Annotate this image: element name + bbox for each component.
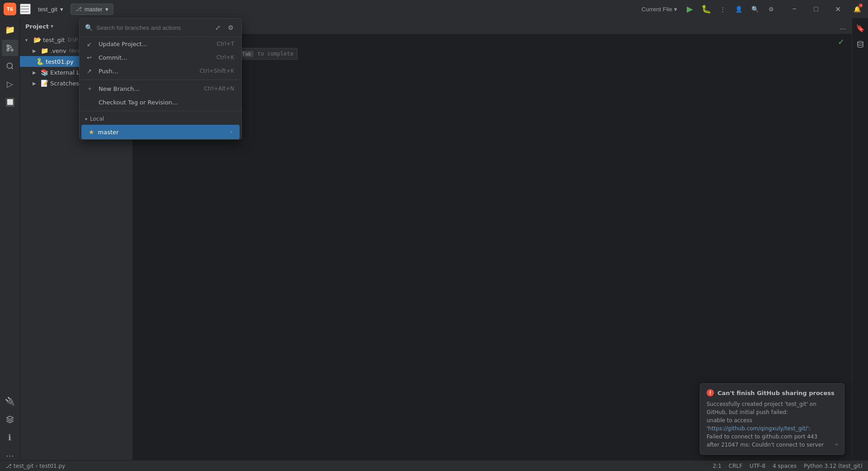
status-line-ending[interactable]: CRLF (729, 463, 742, 469)
branch-chevron-icon: ▾ (105, 6, 108, 13)
folder-icon: 📂 (33, 36, 41, 43)
git-push-icon: ↗ (87, 68, 94, 75)
folder-icon: 📁 (41, 47, 48, 54)
chevron-right-icon: ▶ (33, 81, 39, 86)
git-menu-checkout[interactable]: Checkout Tag or Revision... (80, 95, 241, 109)
project-name-label: test_git (38, 6, 57, 13)
activity-run-button[interactable]: ▷ (2, 76, 18, 92)
git-fetch-button[interactable]: ⤢ (212, 22, 223, 33)
editor-tab-actions: ⋯ (834, 23, 852, 34)
star-icon: ★ (89, 128, 94, 136)
status-branch[interactable]: ⎇ test_git › test01.py (5, 463, 65, 469)
notification-popup: ! Can't finish GitHub sharing process Su… (700, 383, 844, 455)
git-update-label: Update Project... (99, 41, 212, 47)
activity-info-button[interactable]: ℹ (2, 429, 18, 446)
notification-scroll-button[interactable]: ⌃ (834, 442, 840, 451)
svg-point-1 (11, 49, 13, 51)
activity-folder-button[interactable]: 📁 (2, 22, 18, 38)
tree-root-label: test_git (43, 37, 65, 43)
notification-body: Successfully created project 'test_git' … (707, 400, 838, 449)
project-chevron-icon: ▾ (60, 6, 63, 13)
activity-bottom: 🔌 ℹ ⋯ (2, 393, 18, 467)
activity-git-button[interactable] (2, 40, 18, 56)
chevron-right-icon: ▶ (33, 70, 39, 75)
library-icon: 📚 (41, 69, 48, 76)
chevron-down-icon: ▾ (25, 38, 32, 42)
tree-venv-label: .venv (50, 47, 66, 54)
git-header-icons: ⤢ ⚙ (212, 22, 236, 33)
current-file-chevron-icon: ▾ (674, 6, 677, 13)
git-branch-name: master (98, 129, 227, 136)
status-bar: ⎇ test_git › test01.py 2:1 CRLF UTF-8 4 … (0, 460, 868, 471)
activity-search-button[interactable] (2, 58, 18, 74)
search-button[interactable]: 🔍 (748, 2, 762, 16)
title-bar: T6 test_git ▾ ⎇ master ▾ Current File ▾ … (0, 0, 868, 18)
activity-plugins-button[interactable]: 🔌 (2, 393, 18, 410)
notification-title: ! Can't finish GitHub sharing process (707, 389, 838, 396)
python-file-icon: 🐍 (36, 58, 44, 65)
svg-line-5 (8, 47, 12, 49)
scratches-icon: 📝 (41, 80, 48, 87)
settings-button[interactable]: ⚙ (764, 2, 778, 16)
git-new-branch-label: New Branch... (99, 85, 199, 92)
git-update-icon: ↙ (87, 41, 94, 47)
svg-point-6 (7, 63, 12, 68)
status-language[interactable]: Python 3.12 (test_git) (804, 463, 863, 469)
tab-more-button[interactable]: ⋯ (837, 23, 848, 34)
debug-button[interactable]: 🐛 (699, 2, 713, 16)
git-menu-update[interactable]: ↙ Update Project... Ctrl+T (80, 37, 241, 51)
collab-icon-button[interactable]: 👤 (731, 2, 746, 16)
project-dropdown-button[interactable]: test_git ▾ (34, 4, 67, 14)
activity-layers-button[interactable] (2, 411, 18, 428)
git-branch-master[interactable]: ★ master › (81, 125, 240, 139)
git-commit-shortcut: Ctrl+K (217, 54, 234, 61)
maximize-button[interactable]: □ (806, 2, 826, 16)
status-indent[interactable]: 4 spaces (773, 463, 797, 469)
current-file-dropdown[interactable]: Current File ▾ (638, 4, 681, 14)
git-push-shortcut: Ctrl+Shift+K (199, 68, 234, 74)
git-menu-push[interactable]: ↗ Push... Ctrl+Shift+K (80, 64, 241, 78)
chevron-right-icon: ▶ (33, 48, 39, 53)
status-encoding[interactable]: UTF-8 (750, 463, 765, 469)
git-local-section[interactable]: ▾ Local (80, 113, 241, 125)
minimize-button[interactable]: − (784, 2, 805, 16)
git-new-branch-icon: ＋ (87, 85, 94, 93)
git-divider-1 (80, 80, 241, 80)
more-options-button[interactable]: ⋮ (715, 2, 730, 16)
svg-line-7 (11, 67, 13, 69)
app-logo: T6 (4, 3, 16, 15)
suggestion-suffix: to complete (257, 51, 293, 57)
git-commit-label: Commit... (99, 54, 212, 61)
hamburger-menu-button[interactable] (20, 4, 31, 14)
file-label: test01.py (46, 58, 74, 65)
git-search-input[interactable] (96, 24, 209, 31)
git-commit-icon: ↩ (87, 54, 94, 61)
svg-point-0 (7, 45, 9, 47)
status-git-icon: ⎇ (5, 463, 12, 469)
run-button[interactable]: ▶ (683, 2, 697, 16)
right-gutter: 🔖 (852, 18, 868, 471)
git-divider-2 (80, 111, 241, 111)
branch-dropdown-button[interactable]: ⎇ master ▾ (71, 4, 113, 15)
git-push-label: Push... (99, 68, 195, 75)
close-button[interactable]: ✕ (827, 2, 848, 16)
sidebar-chevron-icon: ▾ (51, 23, 54, 29)
status-position[interactable]: 2:1 (712, 463, 721, 469)
git-menu-new-branch[interactable]: ＋ New Branch... Ctrl+Alt+N (80, 82, 241, 95)
git-dropdown-popup: 🔍 ⤢ ⚙ ↙ Update Project... Ctrl+T ↩ Commi… (79, 18, 242, 140)
git-menu-commit[interactable]: ↩ Commit... Ctrl+K (80, 51, 241, 64)
git-settings-button[interactable]: ⚙ (225, 22, 236, 33)
svg-marker-8 (6, 416, 13, 420)
gutter-bookmarks-button[interactable]: 🔖 (854, 22, 867, 34)
git-branch-icon: ⎇ (75, 6, 82, 12)
error-icon: ! (707, 389, 714, 396)
checkmark-icon: ✓ (838, 37, 844, 47)
activity-notifications-button[interactable]: 🔲 (2, 94, 18, 110)
activity-bar: 📁 ▷ 🔲 🔌 ℹ ⋯ (0, 18, 20, 471)
notifications-button[interactable]: 🔔 (850, 2, 864, 16)
git-new-branch-shortcut: Ctrl+Alt+N (204, 85, 234, 92)
sidebar-title: Project (25, 23, 49, 30)
gutter-database-button[interactable] (854, 38, 867, 51)
local-chevron-icon: ▾ (85, 117, 87, 122)
branch-chevron-icon: › (230, 129, 232, 135)
